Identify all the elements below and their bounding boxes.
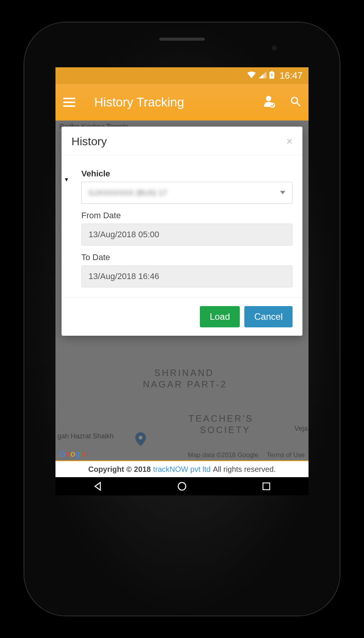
signal-icon [259, 71, 266, 80]
dialog-body: ▼ Vehicle GJXXXXXXX (BUS) 17 From Date 1… [62, 155, 302, 297]
caret-down-icon: ▼ [64, 176, 69, 183]
vehicle-select[interactable]: GJXXXXXXX (BUS) 17 [81, 182, 293, 204]
to-date-value: 13/Aug/2018 16:46 [89, 271, 159, 281]
battery-charging-icon [269, 71, 274, 80]
from-date-value: 13/Aug/2018 05:00 [89, 230, 159, 240]
menu-icon[interactable] [63, 98, 75, 107]
phone-speaker [159, 38, 205, 41]
svg-point-4 [291, 97, 298, 103]
recent-apps-button[interactable] [261, 481, 272, 492]
vehicle-select-value: GJXXXXXXX (BUS) 17 [89, 189, 167, 197]
page-title: History Tracking [94, 95, 264, 110]
to-date-input[interactable]: 13/Aug/2018 16:46 [81, 265, 293, 287]
svg-rect-8 [263, 483, 270, 490]
app-bar: History Tracking [55, 84, 309, 121]
status-time: 16:47 [280, 70, 302, 81]
android-nav-bar [55, 477, 309, 495]
load-button[interactable]: Load [200, 306, 240, 327]
footer-bar: Copyright © 2018 trackNOW pvt ltd All ri… [55, 460, 309, 477]
dialog-footer: Load Cancel [62, 297, 302, 336]
svg-point-7 [178, 482, 186, 490]
from-date-label: From Date [81, 211, 293, 221]
brand-link[interactable]: trackNOW pvt ltd [153, 465, 210, 474]
svg-rect-1 [271, 71, 273, 72]
search-icon[interactable] [290, 96, 301, 108]
svg-line-5 [297, 103, 300, 106]
to-date-label: To Date [81, 252, 293, 262]
svg-point-2 [266, 96, 271, 101]
dialog-header: History × [62, 127, 302, 155]
phone-frame: 16:47 History Tracking Radha Krishna Tem… [24, 22, 340, 616]
history-dialog: History × ▼ Vehicle GJXXXXXXX (BUS) 17 F… [62, 127, 302, 336]
map-attribution: Map data ©2018 Google Terms of Use [188, 451, 305, 459]
status-bar: 16:47 [55, 67, 309, 84]
copyright-text: Copyright © 2018 [88, 465, 151, 474]
appbar-actions [264, 95, 301, 109]
rights-text: All rights reserved. [213, 465, 276, 474]
cancel-button[interactable]: Cancel [244, 306, 293, 327]
home-button[interactable] [177, 481, 187, 492]
screen: 16:47 History Tracking Radha Krishna Tem… [55, 67, 309, 495]
map-data-label: Map data ©2018 Google [188, 451, 258, 459]
vehicle-label: Vehicle [81, 169, 293, 179]
google-logo: Google [59, 449, 86, 459]
dialog-title: History [71, 135, 107, 148]
wifi-icon [247, 71, 256, 80]
close-icon[interactable]: × [286, 135, 293, 148]
phone-camera [272, 45, 277, 51]
from-date-input[interactable]: 13/Aug/2018 05:00 [81, 224, 293, 246]
map-terms-link[interactable]: Terms of Use [267, 451, 305, 459]
back-button[interactable] [92, 481, 103, 492]
profile-check-icon[interactable] [264, 95, 275, 109]
chevron-down-icon [280, 189, 285, 196]
